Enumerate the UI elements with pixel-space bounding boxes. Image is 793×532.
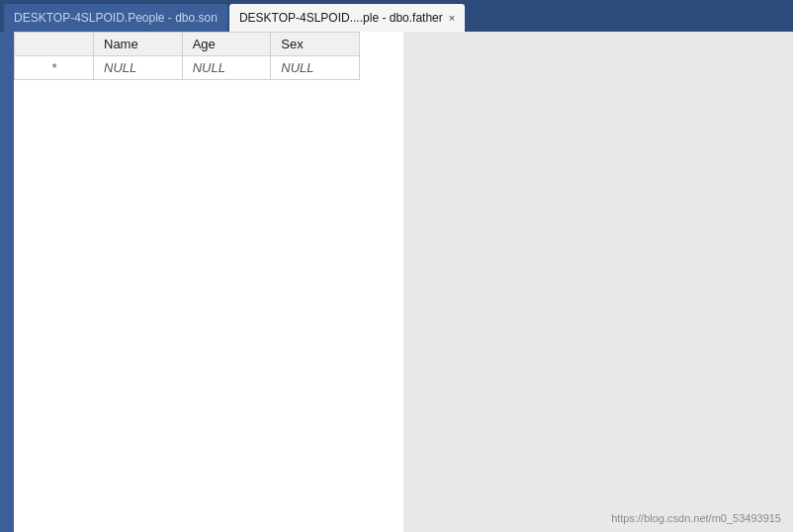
- tab-people-father-label: DESKTOP-4SLPOID....ple - dbo.father: [239, 11, 443, 25]
- col-row-header: [15, 33, 94, 56]
- tab-people-son-label: DESKTOP-4SLPOID.People - dbo.son: [14, 11, 218, 25]
- cell-age[interactable]: NULL: [182, 56, 271, 80]
- tab-people-son[interactable]: DESKTOP-4SLPOID.People - dbo.son: [4, 4, 227, 32]
- table-row: * NULL NULL NULL: [15, 56, 360, 80]
- footer-url: https://blog.csdn.net/m0_53493915: [611, 512, 781, 524]
- right-panel: https://blog.csdn.net/m0_53493915: [403, 32, 793, 532]
- data-table: Name Age Sex * NULL NULL NULL: [14, 32, 360, 80]
- col-sex-header: Sex: [271, 33, 360, 56]
- left-gutter: [0, 32, 14, 532]
- col-age-header: Age: [182, 33, 271, 56]
- tab-close-icon[interactable]: ×: [449, 12, 455, 24]
- row-indicator: *: [15, 56, 94, 80]
- tab-bar: DESKTOP-4SLPOID.People - dbo.son DESKTOP…: [0, 0, 793, 32]
- tab-people-father[interactable]: DESKTOP-4SLPOID....ple - dbo.father ×: [229, 4, 465, 32]
- cell-name[interactable]: NULL: [94, 56, 183, 80]
- main-content: Name Age Sex * NULL NULL NULL https://bl…: [0, 32, 793, 532]
- cell-sex[interactable]: NULL: [271, 56, 360, 80]
- col-name-header: Name: [94, 33, 183, 56]
- table-area[interactable]: Name Age Sex * NULL NULL NULL: [14, 32, 403, 532]
